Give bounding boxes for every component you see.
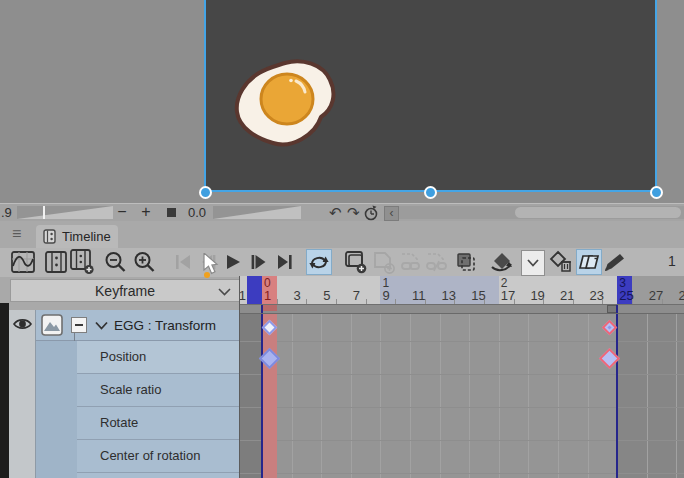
interpolation-icon bbox=[490, 250, 514, 274]
layer-thumbnail-icon[interactable] bbox=[41, 314, 63, 336]
ruler-tick bbox=[454, 299, 455, 304]
ruler-frame-label: 5 bbox=[323, 288, 330, 303]
horizontal-scrollbar[interactable] bbox=[399, 206, 684, 219]
track-property-label: Scale ratio bbox=[100, 382, 161, 397]
add-keyframe-icon bbox=[372, 250, 396, 274]
link-keyframes-button[interactable] bbox=[398, 249, 424, 275]
undo-button[interactable]: ↶ bbox=[329, 204, 342, 222]
selection-handle-bottom-left[interactable] bbox=[199, 186, 212, 199]
rotation-slider[interactable] bbox=[213, 206, 301, 219]
play-icon bbox=[224, 253, 242, 271]
property-track-rows: PositionScale ratioRotateCenter of rotat… bbox=[77, 341, 240, 478]
show-inbetween-button[interactable] bbox=[453, 249, 479, 275]
enable-keyframes-icon bbox=[344, 250, 368, 274]
show-inbetween-icon bbox=[455, 251, 477, 273]
horizontal-scrollbar-thumb[interactable] bbox=[515, 207, 681, 218]
ruler-tick bbox=[366, 299, 367, 304]
delete-keyframe-button[interactable] bbox=[548, 249, 574, 275]
ruler-tick bbox=[602, 299, 603, 304]
selection-handle-bottom-right[interactable] bbox=[650, 186, 663, 199]
canvas-area[interactable] bbox=[0, 0, 684, 203]
selection-handle-bottom-center[interactable] bbox=[424, 186, 437, 199]
track-gridline bbox=[351, 314, 352, 478]
new-timeline-icon bbox=[69, 249, 95, 275]
track-gridline bbox=[499, 314, 500, 478]
zoom-slider-handle[interactable] bbox=[43, 206, 45, 219]
keyframe-track-area[interactable] bbox=[240, 314, 684, 478]
redo-button[interactable]: ↷ bbox=[347, 204, 360, 222]
timeline-overview-band[interactable] bbox=[240, 305, 684, 314]
ruler-frame-label: -1 bbox=[240, 288, 246, 303]
track-gridline bbox=[380, 314, 381, 478]
scroll-left-button[interactable]: ‹ bbox=[384, 206, 399, 221]
ruler-tick bbox=[336, 299, 337, 304]
go-to-end-button[interactable] bbox=[272, 249, 298, 275]
band-end-line bbox=[616, 305, 618, 313]
band-start-line bbox=[261, 305, 263, 313]
timeline-zoom-in-button[interactable] bbox=[131, 249, 157, 275]
reset-display-clock-icon[interactable] bbox=[363, 205, 379, 221]
timeline-zoom-out-button[interactable] bbox=[102, 249, 128, 275]
zoom-in-icon bbox=[133, 251, 156, 274]
track-row-scale-ratio[interactable]: Scale ratio bbox=[77, 374, 240, 407]
track-row-rotate[interactable]: Rotate bbox=[77, 407, 240, 440]
zoom-out-button[interactable]: − bbox=[113, 203, 131, 221]
track-panel-dark-edge bbox=[0, 303, 9, 478]
track-gridline bbox=[676, 314, 677, 478]
tree-line bbox=[74, 333, 75, 341]
ruler-tick bbox=[484, 299, 485, 304]
track-property-label: Position bbox=[100, 349, 146, 364]
ruler-frame-label: 7 bbox=[353, 288, 360, 303]
loop-playback-button[interactable] bbox=[306, 249, 332, 275]
rotation-value: 0.0 bbox=[188, 204, 206, 222]
ruler-tick bbox=[395, 299, 396, 304]
ruler-tick bbox=[306, 299, 307, 304]
interpolation-button[interactable] bbox=[489, 249, 515, 275]
keyframe-inner-dot bbox=[608, 325, 612, 329]
tab-timeline-label: Timeline bbox=[62, 229, 111, 244]
ruler-tick bbox=[543, 299, 544, 304]
onion-skin-button[interactable] bbox=[576, 249, 602, 275]
timeline-list-button[interactable] bbox=[43, 249, 69, 275]
minus-icon bbox=[75, 324, 83, 326]
go-to-start-icon bbox=[174, 253, 192, 271]
frame-ruler[interactable]: 0123-11357911131517192123252729 bbox=[240, 276, 684, 305]
delete-keyframe-icon bbox=[549, 250, 573, 274]
layer-visibility-eye-icon[interactable] bbox=[13, 317, 32, 331]
zoom-in-button[interactable]: + bbox=[137, 203, 155, 221]
timeline-tab-icon bbox=[43, 229, 56, 244]
ruler-tick bbox=[632, 299, 633, 304]
tab-timeline[interactable]: Timeline bbox=[36, 225, 118, 248]
selection-border-right bbox=[655, 0, 657, 191]
ruler-tick bbox=[662, 299, 663, 304]
track-gridline bbox=[647, 314, 648, 478]
graph-editor-button[interactable] bbox=[10, 249, 36, 275]
interpolation-dropdown-button[interactable] bbox=[521, 250, 545, 276]
panel-menu-icon[interactable]: ≡ bbox=[12, 226, 21, 242]
zoom-reset-button[interactable] bbox=[167, 208, 176, 217]
go-to-start-button[interactable] bbox=[170, 249, 196, 275]
clip-studio-paint-window: .9 − + 0.0 ↶ ↷ ‹ ≡ bbox=[0, 0, 684, 478]
track-row-position[interactable]: Position bbox=[77, 341, 240, 374]
tracks-left-out-of-range bbox=[240, 314, 261, 478]
ruler-frame-label: 1 bbox=[264, 288, 271, 303]
enable-keyframes-button[interactable] bbox=[343, 249, 369, 275]
ruler-tick bbox=[573, 299, 574, 304]
chevron-down-icon[interactable] bbox=[95, 321, 108, 330]
track-row-center-of-rotation[interactable]: Center of rotation bbox=[77, 440, 240, 473]
new-timeline-button[interactable] bbox=[69, 249, 95, 275]
selection-border-left bbox=[204, 0, 206, 191]
keyframe-selector[interactable]: Keyframe bbox=[10, 279, 240, 302]
chevron-down-icon bbox=[218, 288, 231, 296]
collapse-button[interactable] bbox=[71, 317, 87, 333]
ruler-frame-label: 9 bbox=[382, 288, 389, 303]
zoom-slider[interactable] bbox=[17, 206, 113, 219]
edit-keyframe-pencil-button[interactable] bbox=[602, 249, 628, 275]
add-keyframe-button[interactable] bbox=[371, 249, 397, 275]
ruler-tick bbox=[425, 299, 426, 304]
unlink-keyframes-button[interactable] bbox=[424, 249, 450, 275]
track-row-egg-transform[interactable]: EGG : Transform bbox=[36, 310, 240, 340]
next-frame-button[interactable] bbox=[246, 249, 272, 275]
go-to-end-icon bbox=[276, 253, 294, 271]
tracks-right-out-of-range bbox=[617, 314, 684, 478]
